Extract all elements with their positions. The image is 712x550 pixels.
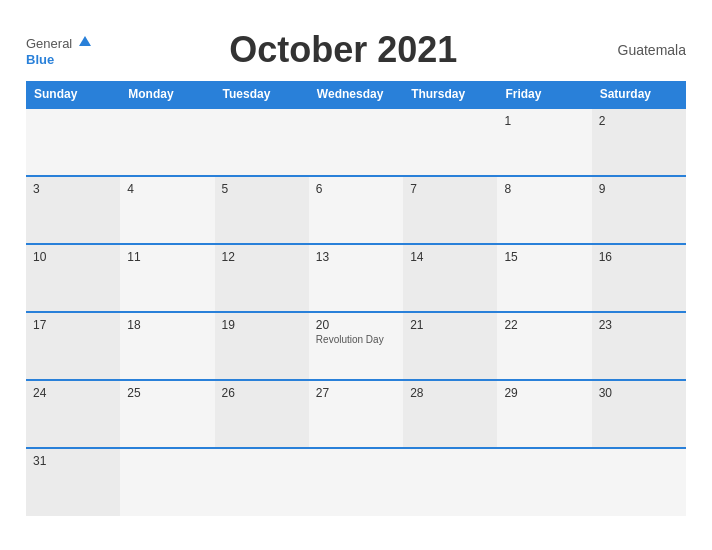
cell-w4-d6: 30 <box>592 380 686 448</box>
cell-w1-d1: 4 <box>120 176 214 244</box>
day-number-28: 28 <box>410 386 490 400</box>
calendar-title: October 2021 <box>91 29 596 71</box>
cell-w4-d5: 29 <box>497 380 591 448</box>
logo-general-text: General <box>26 36 72 51</box>
cell-w4-d4: 28 <box>403 380 497 448</box>
cell-w5-d3 <box>309 448 403 516</box>
cell-w2-d6: 16 <box>592 244 686 312</box>
weekday-header-sunday: Sunday <box>26 81 120 108</box>
day-number-2: 2 <box>599 114 679 128</box>
calendar-body: 1234567891011121314151617181920Revolutio… <box>26 108 686 516</box>
week-row-1: 3456789 <box>26 176 686 244</box>
cell-w4-d0: 24 <box>26 380 120 448</box>
cell-w1-d5: 8 <box>497 176 591 244</box>
country-label: Guatemala <box>596 42 686 58</box>
day-number-17: 17 <box>33 318 113 332</box>
week-row-4: 24252627282930 <box>26 380 686 448</box>
day-number-20: 20 <box>316 318 396 332</box>
cell-w4-d2: 26 <box>215 380 309 448</box>
cell-w5-d0: 31 <box>26 448 120 516</box>
calendar-header: General Blue October 2021 Guatemala <box>26 29 686 71</box>
cell-w5-d4 <box>403 448 497 516</box>
cell-w1-d0: 3 <box>26 176 120 244</box>
day-number-12: 12 <box>222 250 302 264</box>
week-row-0: 12 <box>26 108 686 176</box>
cell-w3-d3: 20Revolution Day <box>309 312 403 380</box>
cell-w2-d0: 10 <box>26 244 120 312</box>
week-row-2: 10111213141516 <box>26 244 686 312</box>
day-number-23: 23 <box>599 318 679 332</box>
cell-w5-d5 <box>497 448 591 516</box>
day-number-25: 25 <box>127 386 207 400</box>
cell-w3-d1: 18 <box>120 312 214 380</box>
day-number-27: 27 <box>316 386 396 400</box>
day-number-3: 3 <box>33 182 113 196</box>
weekday-header-thursday: Thursday <box>403 81 497 108</box>
day-number-11: 11 <box>127 250 207 264</box>
calendar-grid: SundayMondayTuesdayWednesdayThursdayFrid… <box>26 81 686 516</box>
cell-w2-d3: 13 <box>309 244 403 312</box>
week-row-3: 17181920Revolution Day212223 <box>26 312 686 380</box>
day-number-22: 22 <box>504 318 584 332</box>
day-number-26: 26 <box>222 386 302 400</box>
day-number-15: 15 <box>504 250 584 264</box>
day-number-10: 10 <box>33 250 113 264</box>
day-number-21: 21 <box>410 318 490 332</box>
day-number-13: 13 <box>316 250 396 264</box>
cell-w0-d2 <box>215 108 309 176</box>
cell-w3-d4: 21 <box>403 312 497 380</box>
day-number-29: 29 <box>504 386 584 400</box>
cell-w5-d6 <box>592 448 686 516</box>
cell-w1-d3: 6 <box>309 176 403 244</box>
cell-w1-d4: 7 <box>403 176 497 244</box>
day-number-6: 6 <box>316 182 396 196</box>
day-number-5: 5 <box>222 182 302 196</box>
weekday-header-saturday: Saturday <box>592 81 686 108</box>
logo-triangle-icon <box>79 36 91 46</box>
logo-blue-text: Blue <box>26 52 54 67</box>
weekday-header-monday: Monday <box>120 81 214 108</box>
weekday-header-tuesday: Tuesday <box>215 81 309 108</box>
cell-w2-d1: 11 <box>120 244 214 312</box>
day-number-30: 30 <box>599 386 679 400</box>
cell-w0-d4 <box>403 108 497 176</box>
cell-w4-d3: 27 <box>309 380 403 448</box>
cell-w5-d1 <box>120 448 214 516</box>
day-number-14: 14 <box>410 250 490 264</box>
cell-w0-d5: 1 <box>497 108 591 176</box>
day-number-1: 1 <box>504 114 584 128</box>
cell-w3-d5: 22 <box>497 312 591 380</box>
cell-w2-d2: 12 <box>215 244 309 312</box>
cell-w0-d1 <box>120 108 214 176</box>
cell-w3-d0: 17 <box>26 312 120 380</box>
day-number-4: 4 <box>127 182 207 196</box>
day-number-31: 31 <box>33 454 113 468</box>
day-number-18: 18 <box>127 318 207 332</box>
weekday-header-friday: Friday <box>497 81 591 108</box>
cell-w3-d6: 23 <box>592 312 686 380</box>
cell-w0-d6: 2 <box>592 108 686 176</box>
cell-w3-d2: 19 <box>215 312 309 380</box>
cell-w5-d2 <box>215 448 309 516</box>
day-number-24: 24 <box>33 386 113 400</box>
cell-w1-d2: 5 <box>215 176 309 244</box>
calendar-container: General Blue October 2021 Guatemala Sund… <box>11 19 701 531</box>
logo-general-line: General <box>26 34 91 52</box>
logo-area: General Blue <box>26 34 91 67</box>
day-number-19: 19 <box>222 318 302 332</box>
day-number-8: 8 <box>504 182 584 196</box>
day-number-9: 9 <box>599 182 679 196</box>
calendar-thead: SundayMondayTuesdayWednesdayThursdayFrid… <box>26 81 686 108</box>
cell-w2-d5: 15 <box>497 244 591 312</box>
week-row-5: 31 <box>26 448 686 516</box>
weekday-header-wednesday: Wednesday <box>309 81 403 108</box>
cell-w1-d6: 9 <box>592 176 686 244</box>
cell-w2-d4: 14 <box>403 244 497 312</box>
holiday-label-20: Revolution Day <box>316 334 396 345</box>
cell-w0-d0 <box>26 108 120 176</box>
day-number-16: 16 <box>599 250 679 264</box>
cell-w0-d3 <box>309 108 403 176</box>
day-number-7: 7 <box>410 182 490 196</box>
weekday-header-row: SundayMondayTuesdayWednesdayThursdayFrid… <box>26 81 686 108</box>
cell-w4-d1: 25 <box>120 380 214 448</box>
